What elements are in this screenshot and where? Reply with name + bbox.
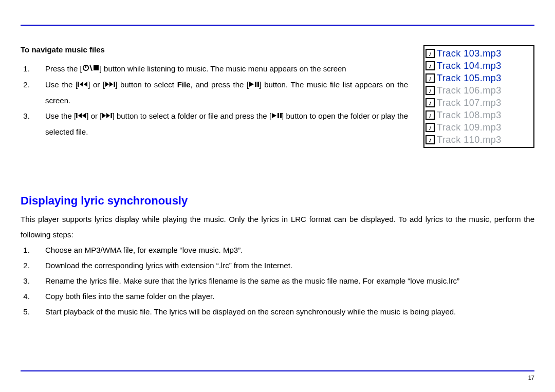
text: ] or [ xyxy=(88,80,105,89)
music-note-icon: ♪ xyxy=(425,123,435,132)
svg-rect-3 xyxy=(94,65,99,70)
music-note-icon: ♪ xyxy=(425,110,435,120)
svg-rect-11 xyxy=(255,82,256,87)
skip-back-icon xyxy=(78,77,88,92)
music-note-icon: ♪ xyxy=(425,73,435,83)
section-title: Displaying lyric synchronously xyxy=(21,194,534,208)
track-row: ♪Track 105.mp3 xyxy=(425,72,532,84)
step-3: Use the [] or [] button to select a fold… xyxy=(32,108,408,140)
text: Use the [ xyxy=(45,111,76,120)
svg-marker-8 xyxy=(109,82,113,87)
track-label: Track 110.mp3 xyxy=(437,135,502,145)
track-row: ♪Track 109.mp3 xyxy=(425,121,532,134)
intro-paragraph: This player supports lyrics display whil… xyxy=(21,212,534,242)
document-page: To navigate music files Press the [] but… xyxy=(0,0,555,392)
svg-rect-13 xyxy=(76,113,78,118)
track-label: Track 106.mp3 xyxy=(437,85,502,96)
svg-line-2 xyxy=(90,65,92,71)
lyrics-step: Rename the lyrics file. Make sure that t… xyxy=(32,273,534,289)
music-note-icon: ♪ xyxy=(425,98,435,107)
section-navigate-files: To navigate music files Press the [] but… xyxy=(21,45,408,148)
content-row: To navigate music files Press the [] but… xyxy=(21,45,534,148)
track-row: ♪Track 104.mp3 xyxy=(425,60,532,72)
step-2: Use the [] or [] button to select File, … xyxy=(32,77,408,108)
svg-marker-6 xyxy=(84,82,87,87)
text: , and press the [ xyxy=(191,80,249,89)
lyrics-step: Start playback of the music file. The ly… xyxy=(32,304,534,320)
music-note-icon: ♪ xyxy=(425,86,435,95)
lyrics-step: Download the corresponding lyrics with e… xyxy=(32,258,534,273)
section-lyrics: Displaying lyric synchronously This play… xyxy=(21,194,534,320)
lyrics-step: Copy both files into the same folder on … xyxy=(32,289,534,304)
svg-marker-16 xyxy=(102,113,106,118)
text: ] button to select a folder or file and … xyxy=(112,111,271,120)
skip-forward-icon xyxy=(102,108,112,124)
track-row: ♪Track 110.mp3 xyxy=(425,134,532,146)
page-number: 17 xyxy=(528,375,534,381)
svg-rect-12 xyxy=(257,82,259,87)
track-label: Track 108.mp3 xyxy=(437,110,502,121)
track-list-screenshot: ♪Track 103.mp3♪Track 104.mp3♪Track 105.m… xyxy=(423,45,534,148)
svg-rect-18 xyxy=(111,113,113,118)
track-row: ♪Track 108.mp3 xyxy=(425,109,532,121)
music-note-icon: ♪ xyxy=(425,135,435,144)
steps-list-lyrics: Choose an MP3/WMA file, for example “lov… xyxy=(32,242,534,320)
steps-list-nav: Press the [] button while listening to m… xyxy=(32,61,408,140)
lyrics-step: Choose an MP3/WMA file, for example “lov… xyxy=(32,242,534,258)
svg-rect-4 xyxy=(78,82,79,87)
skip-forward-icon xyxy=(105,77,115,92)
text: ] button to select xyxy=(115,80,177,89)
text: ] or [ xyxy=(86,111,102,120)
track-label: Track 104.mp3 xyxy=(437,61,502,71)
bottom-rule xyxy=(21,370,534,371)
subheading: To navigate music files xyxy=(21,45,408,54)
step-1: Press the [] button while listening to m… xyxy=(32,61,408,77)
track-row: ♪Track 103.mp3 xyxy=(425,47,532,60)
bold-file: File xyxy=(177,80,191,89)
skip-back-icon xyxy=(76,108,86,124)
play-pause-icon xyxy=(271,108,282,124)
track-label: Track 107.mp3 xyxy=(437,98,502,108)
text: Press the [ xyxy=(45,64,82,73)
text: Use the [ xyxy=(45,80,78,89)
svg-marker-10 xyxy=(249,82,254,87)
top-rule xyxy=(21,25,534,26)
svg-marker-14 xyxy=(78,113,82,118)
track-label: Track 109.mp3 xyxy=(437,122,502,133)
text: ] button while listening to music. The m… xyxy=(100,64,346,73)
track-label: Track 103.mp3 xyxy=(437,48,502,59)
svg-marker-17 xyxy=(106,113,110,118)
music-note-icon: ♪ xyxy=(425,49,435,58)
track-row: ♪Track 106.mp3 xyxy=(425,84,532,97)
svg-rect-20 xyxy=(278,113,279,118)
play-pause-icon xyxy=(249,77,259,92)
svg-rect-21 xyxy=(280,113,282,118)
music-note-icon: ♪ xyxy=(425,61,435,70)
svg-marker-5 xyxy=(80,82,83,87)
svg-marker-15 xyxy=(82,113,86,118)
svg-rect-9 xyxy=(114,82,116,87)
power-stop-icon xyxy=(82,61,100,77)
track-label: Track 105.mp3 xyxy=(437,73,502,84)
svg-marker-7 xyxy=(105,82,109,87)
track-row: ♪Track 107.mp3 xyxy=(425,97,532,109)
svg-marker-19 xyxy=(272,113,276,118)
